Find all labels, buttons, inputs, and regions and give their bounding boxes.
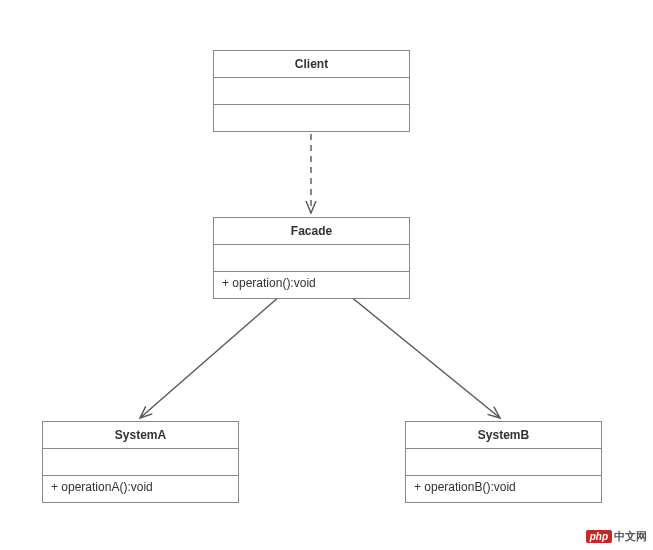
uml-class-title: Client xyxy=(214,51,409,78)
uml-class-attributes xyxy=(214,78,409,105)
uml-class-title: Facade xyxy=(214,218,409,245)
watermark-text: 中文网 xyxy=(614,529,647,544)
uml-class-attributes xyxy=(214,245,409,272)
uml-class-operations: + operationB():void xyxy=(406,476,601,502)
watermark: php 中文网 xyxy=(586,529,647,544)
watermark-badge: php xyxy=(586,530,612,543)
uml-class-systema: SystemA + operationA():void xyxy=(42,421,239,503)
uml-class-attributes xyxy=(43,449,238,476)
uml-class-attributes xyxy=(406,449,601,476)
connector-facade-to-systemb xyxy=(350,296,500,418)
uml-class-operations xyxy=(214,105,409,131)
uml-class-title: SystemB xyxy=(406,422,601,449)
uml-class-operations: + operationA():void xyxy=(43,476,238,502)
uml-class-facade: Facade + operation():void xyxy=(213,217,410,299)
uml-class-operations: + operation():void xyxy=(214,272,409,298)
uml-class-title: SystemA xyxy=(43,422,238,449)
connector-facade-to-systema xyxy=(140,296,280,418)
uml-class-client: Client xyxy=(213,50,410,132)
uml-class-systemb: SystemB + operationB():void xyxy=(405,421,602,503)
